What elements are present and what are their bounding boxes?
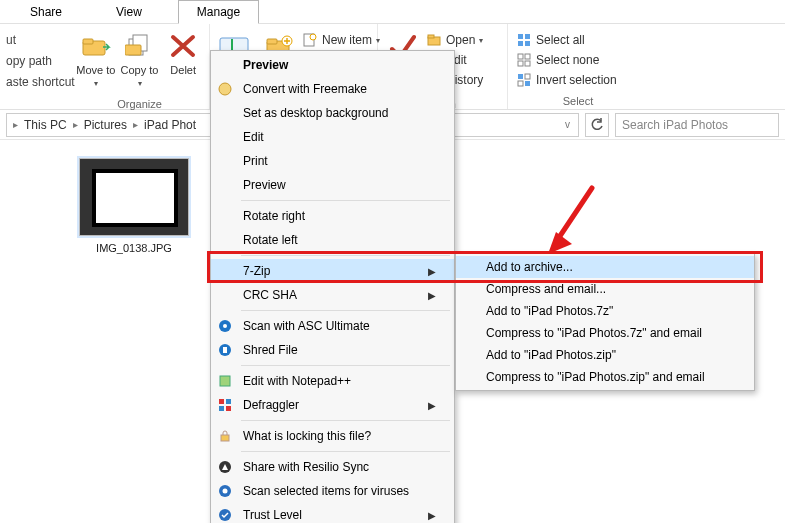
- search-placeholder: Search iPad Photos: [622, 118, 728, 132]
- svg-rect-24: [518, 74, 523, 79]
- cm-scan-viruses[interactable]: Scan selected items for viruses: [211, 479, 454, 503]
- folder-copy-icon: [124, 30, 156, 62]
- delete-button[interactable]: Delet: [163, 28, 203, 96]
- svg-point-28: [219, 83, 231, 95]
- file-item[interactable]: IMG_0138.JPG: [74, 158, 194, 254]
- submenu-arrow-icon: ▶: [428, 290, 436, 301]
- submenu-arrow-icon: ▶: [428, 510, 436, 521]
- svg-rect-33: [219, 399, 224, 404]
- new-item-icon: [302, 32, 318, 48]
- delete-label: Delet: [170, 64, 196, 77]
- search-input[interactable]: Search iPad Photos: [615, 113, 779, 137]
- open-button[interactable]: Open ▾: [424, 30, 485, 50]
- seven-zip-submenu: Add to archive... Compress and email... …: [455, 253, 755, 391]
- cm-defraggler[interactable]: Defraggler▶: [211, 393, 454, 417]
- sm-add-zip[interactable]: Add to "iPad Photos.zip": [456, 344, 754, 366]
- context-menu: Preview Convert with Freemake Set as des…: [210, 50, 455, 523]
- cm-shred-file[interactable]: Shred File: [211, 338, 454, 362]
- svg-rect-27: [525, 81, 530, 86]
- cm-scan-asc[interactable]: Scan with ASC Ultimate: [211, 314, 454, 338]
- select-all-button[interactable]: Select all: [514, 30, 642, 50]
- invert-selection-label: Invert selection: [536, 73, 617, 87]
- cm-edit[interactable]: Edit: [211, 125, 454, 149]
- select-none-button[interactable]: Select none: [514, 50, 642, 70]
- svg-rect-1: [83, 39, 93, 44]
- svg-rect-13: [428, 35, 434, 38]
- svg-rect-8: [267, 39, 277, 44]
- separator: [241, 420, 450, 421]
- copy-to-button[interactable]: Copy to ▾: [120, 28, 160, 96]
- file-name-label: IMG_0138.JPG: [96, 242, 172, 254]
- svg-rect-37: [221, 435, 229, 441]
- trust-icon: [215, 505, 235, 523]
- refresh-button[interactable]: [585, 113, 609, 137]
- freemake-icon: [215, 79, 235, 99]
- tab-view[interactable]: View: [98, 1, 160, 23]
- cm-trust-level[interactable]: Trust Level▶: [211, 503, 454, 523]
- svg-rect-19: [525, 41, 530, 46]
- lock-question-icon: [215, 426, 235, 446]
- cm-rotate-right[interactable]: Rotate right: [211, 204, 454, 228]
- svg-rect-17: [525, 34, 530, 39]
- breadcrumb-this-pc[interactable]: This PC: [20, 118, 71, 132]
- breadcrumb-dropdown[interactable]: v: [565, 119, 574, 130]
- select-all-icon: [516, 32, 532, 48]
- svg-rect-4: [125, 45, 141, 55]
- svg-rect-21: [525, 54, 530, 59]
- new-item-button[interactable]: New item ▾: [300, 30, 382, 50]
- tab-share[interactable]: Share: [12, 1, 80, 23]
- delete-x-icon: [167, 30, 199, 62]
- asc-icon: [215, 316, 235, 336]
- invert-selection-button[interactable]: Invert selection: [514, 70, 642, 90]
- breadcrumb-ipad-photos[interactable]: iPad Phot: [140, 118, 200, 132]
- paste-shortcut-button[interactable]: aste shortcut: [6, 72, 60, 92]
- separator: [241, 365, 450, 366]
- svg-point-40: [223, 489, 228, 494]
- select-none-label: Select none: [536, 53, 599, 67]
- svg-rect-35: [219, 406, 224, 411]
- cm-7zip[interactable]: 7-Zip▶: [211, 259, 454, 283]
- svg-rect-23: [525, 61, 530, 66]
- cm-rotate-left[interactable]: Rotate left: [211, 228, 454, 252]
- ribbon-tabs: Share View Manage: [0, 0, 785, 24]
- chevron-down-icon: ▾: [94, 79, 98, 88]
- cm-preview[interactable]: Preview: [211, 173, 454, 197]
- chevron-right-icon: ▸: [71, 119, 80, 130]
- invert-selection-icon: [516, 72, 532, 88]
- copy-path-button[interactable]: opy path: [6, 51, 60, 71]
- svg-rect-16: [518, 34, 523, 39]
- cm-print[interactable]: Print: [211, 149, 454, 173]
- refresh-icon: [590, 118, 604, 132]
- separator: [241, 310, 450, 311]
- svg-rect-20: [518, 54, 523, 59]
- cm-what-locking[interactable]: What is locking this file?: [211, 424, 454, 448]
- chevron-right-icon: ▸: [131, 119, 140, 130]
- chevron-right-icon: ▸: [11, 119, 20, 130]
- chevron-down-icon: ▾: [138, 79, 142, 88]
- cm-set-desktop-bg[interactable]: Set as desktop background: [211, 101, 454, 125]
- separator: [241, 255, 450, 256]
- folder-move-icon: [80, 30, 112, 62]
- svg-rect-31: [223, 347, 227, 353]
- sm-add-7z[interactable]: Add to "iPad Photos.7z": [456, 300, 754, 322]
- svg-point-11: [310, 34, 316, 40]
- move-to-button[interactable]: Move to ▾: [76, 28, 116, 96]
- breadcrumb-pictures[interactable]: Pictures: [80, 118, 131, 132]
- sm-compress-7z-email[interactable]: Compress to "iPad Photos.7z" and email: [456, 322, 754, 344]
- tab-manage[interactable]: Manage: [178, 0, 259, 24]
- sm-add-archive[interactable]: Add to archive...: [456, 256, 754, 278]
- svg-rect-25: [525, 74, 530, 79]
- sm-compress-zip-email[interactable]: Compress to "iPad Photos.zip" and email: [456, 366, 754, 388]
- cm-convert-freemake[interactable]: Convert with Freemake: [211, 77, 454, 101]
- sm-compress-email[interactable]: Compress and email...: [456, 278, 754, 300]
- notepadpp-icon: [215, 371, 235, 391]
- cut-button[interactable]: ut: [6, 30, 60, 50]
- cm-share-resilio[interactable]: Share with Resilio Sync: [211, 455, 454, 479]
- cm-edit-notepadpp[interactable]: Edit with Notepad++: [211, 369, 454, 393]
- submenu-arrow-icon: ▶: [428, 266, 436, 277]
- cm-crc-sha[interactable]: CRC SHA▶: [211, 283, 454, 307]
- svg-rect-32: [220, 376, 230, 386]
- cm-preview-bold[interactable]: Preview: [211, 53, 454, 77]
- organize-group-label: Organize: [76, 96, 203, 110]
- chevron-down-icon: ▾: [479, 36, 483, 45]
